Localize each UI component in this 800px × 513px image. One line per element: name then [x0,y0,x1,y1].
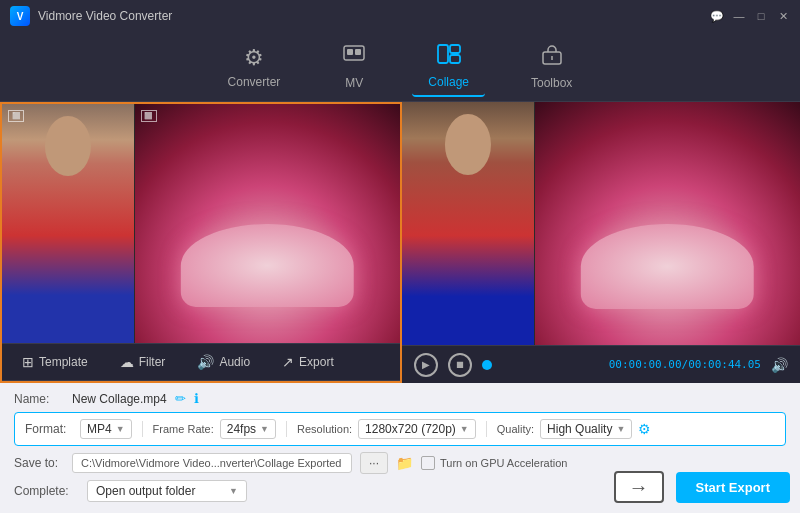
right-video-cell[interactable]: ⬜ [135,104,400,343]
toolbox-icon [540,44,564,72]
browse-button[interactable]: ··· [360,452,388,474]
svg-rect-3 [438,45,448,63]
resolution-label: Resolution: [297,423,352,435]
save-label: Save to: [14,456,64,470]
mv-icon [342,44,366,72]
name-row: Name: New Collage.mp4 ✏ ℹ [14,391,786,406]
playback-bar: ▶ ⏹ 00:00:00.00/00:00:44.05 🔊 [402,345,800,383]
format-arrow-icon: ▼ [116,424,125,434]
export-toolbar-label: Export [299,355,334,369]
titlebar: V Vidmore Video Converter 💬 — □ ✕ [0,0,800,32]
play-button[interactable]: ▶ [414,353,438,377]
complete-value: Open output folder [96,484,195,498]
quality-value: High Quality [547,422,612,436]
gpu-checkbox[interactable] [421,456,435,470]
left-editor-panel: ⬜ ⬜ ⊞ Template ☁ Fil [0,102,402,383]
nav-toolbox-label: Toolbox [531,76,572,90]
nav-toolbox[interactable]: Toolbox [515,38,588,96]
template-icon: ⊞ [22,354,34,370]
format-value: MP4 [87,422,112,436]
volume-icon[interactable]: 🔊 [771,357,788,373]
export-toolbar-button[interactable]: ↗ Export [274,350,342,374]
format-select[interactable]: MP4 ▼ [80,419,132,439]
window-controls: 💬 — □ ✕ [710,9,790,23]
left-video-cell[interactable]: ⬜ [2,104,135,343]
quality-arrow-icon: ▼ [616,424,625,434]
resolution-select[interactable]: 1280x720 (720p) ▼ [358,419,476,439]
timecode-current: 00:00:00.00 [609,358,682,371]
complete-label: Complete: [14,484,79,498]
arrow-icon: → [614,471,664,503]
right-person-cell [402,102,535,345]
complete-select[interactable]: Open output folder ▼ [87,480,247,502]
svg-rect-5 [450,55,460,63]
app-logo: V [10,6,30,26]
quality-label: Quality: [497,423,534,435]
format-label: Format: [25,422,70,436]
framerate-value: 24fps [227,422,256,436]
separator-2 [286,421,287,437]
person-video [2,104,134,343]
audio-button[interactable]: 🔊 Audio [189,350,258,374]
export-icon: ↗ [282,354,294,370]
progress-indicator [482,360,492,370]
svg-rect-2 [355,49,361,55]
quality-group: Quality: High Quality ▼ ⚙ [497,419,652,439]
folder-icon[interactable]: 📁 [396,455,413,471]
framerate-select[interactable]: 24fps ▼ [220,419,276,439]
nav-converter[interactable]: ⚙ Converter [212,39,297,95]
editor-toolbar: ⊞ Template ☁ Filter 🔊 Audio ↗ Export [2,343,400,381]
left-preview-grid: ⬜ ⬜ [2,104,400,343]
maximize-button[interactable]: □ [754,9,768,23]
video-indicator-left: ⬜ [8,110,24,122]
resolution-arrow-icon: ▼ [460,424,469,434]
right-preview-grid [402,102,800,345]
complete-arrow-icon: ▼ [229,486,238,496]
template-button[interactable]: ⊞ Template [14,350,96,374]
converter-icon: ⚙ [244,45,264,71]
resolution-group: Resolution: 1280x720 (720p) ▼ [297,419,476,439]
gpu-label: Turn on GPU Acceleration [440,457,567,469]
navbar: ⚙ Converter MV Collage [0,32,800,102]
nav-converter-label: Converter [228,75,281,89]
cake-video [135,104,400,343]
stop-button[interactable]: ⏹ [448,353,472,377]
right-cake-cell [535,102,800,345]
right-cake-video [535,102,800,345]
collage-icon [436,43,462,71]
chat-button[interactable]: 💬 [710,9,724,23]
filter-label: Filter [139,355,166,369]
quality-settings-icon[interactable]: ⚙ [638,421,651,437]
audio-icon: 🔊 [197,354,214,370]
format-row: Format: MP4 ▼ Frame Rate: 24fps ▼ Resolu… [14,412,786,446]
save-path-display: C:\Vidmore\Vidmore Video...nverter\Colla… [72,453,352,473]
svg-rect-1 [347,49,353,55]
timecode-display: 00:00:00.00/00:00:44.05 [609,358,761,371]
edit-name-button[interactable]: ✏ [175,391,186,406]
separator-3 [486,421,487,437]
start-export-button[interactable]: Start Export [676,472,790,503]
nav-mv-label: MV [345,76,363,90]
framerate-arrow-icon: ▼ [260,424,269,434]
minimize-button[interactable]: — [732,9,746,23]
separator-1 [142,421,143,437]
filter-button[interactable]: ☁ Filter [112,350,174,374]
app-title: Vidmore Video Converter [38,9,710,23]
svg-rect-4 [450,45,460,53]
quality-select[interactable]: High Quality ▼ [540,419,632,439]
name-label: Name: [14,392,64,406]
name-value: New Collage.mp4 [72,392,167,406]
export-bar: → Start Export [614,471,790,503]
filter-icon: ☁ [120,354,134,370]
framerate-group: Frame Rate: 24fps ▼ [153,419,276,439]
timecode-total: 00:00:44.05 [688,358,761,371]
template-label: Template [39,355,88,369]
nav-collage[interactable]: Collage [412,37,485,97]
info-button[interactable]: ℹ [194,391,199,406]
gpu-acceleration-toggle[interactable]: Turn on GPU Acceleration [421,456,567,470]
right-preview-panel: ▶ ⏹ 00:00:00.00/00:00:44.05 🔊 [402,102,800,383]
close-button[interactable]: ✕ [776,9,790,23]
audio-label: Audio [219,355,250,369]
nav-mv[interactable]: MV [326,38,382,96]
main-content: ⬜ ⬜ ⊞ Template ☁ Fil [0,102,800,383]
